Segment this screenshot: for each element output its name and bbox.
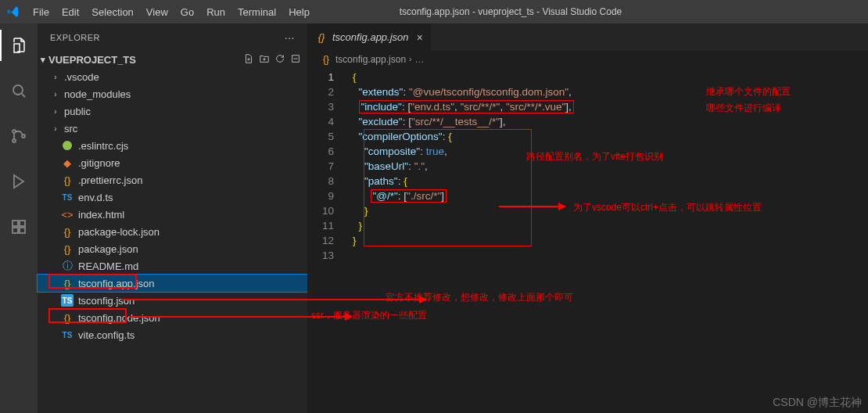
search-icon[interactable]	[0, 75, 38, 106]
svg-rect-4	[13, 221, 18, 226]
new-file-icon[interactable]	[243, 53, 254, 66]
file-package-lock[interactable]: {}package-lock.json	[38, 223, 307, 240]
file-envdts[interactable]: TSenv.d.ts	[38, 189, 307, 206]
file-prettierrc[interactable]: {}.prettierrc.json	[38, 171, 307, 189]
menu-terminal[interactable]: Terminal	[231, 3, 282, 21]
svg-rect-6	[20, 228, 25, 233]
menu-go[interactable]: Go	[174, 3, 200, 21]
svg-point-1	[13, 130, 16, 133]
annotation-include: 哪些文件进行编译	[706, 102, 781, 115]
annotation-official: 官方不推荐修改，想修改，修改上面那个即可	[386, 291, 573, 304]
svg-point-8	[63, 141, 72, 150]
close-icon[interactable]: ×	[417, 31, 423, 44]
folder-public[interactable]: ›public	[38, 102, 307, 120]
ts-icon: TS	[61, 329, 74, 341]
title-bar: File Edit Selection View Go Run Terminal…	[0, 0, 868, 23]
breadcrumb[interactable]: {} tsconfig.app.json › …	[307, 51, 868, 68]
file-indexhtml[interactable]: <>index.html	[38, 206, 307, 223]
sidebar-header: EXPLORER ···	[38, 23, 307, 51]
new-folder-icon[interactable]	[259, 53, 270, 66]
sidebar: EXPLORER ··· ▾ VUEPROJECT_TS ›.vscode ›n…	[38, 23, 307, 413]
chevron-right-icon: ›	[52, 124, 59, 133]
folder-src[interactable]: ›src	[38, 120, 307, 137]
extensions-icon[interactable]	[0, 211, 38, 242]
vscode-logo-icon	[6, 5, 20, 19]
file-vite-config[interactable]: TSvite.config.ts	[38, 326, 307, 343]
svg-rect-7	[20, 221, 25, 226]
folder-vscode[interactable]: ›.vscode	[38, 68, 307, 85]
arrow-icon	[121, 299, 426, 300]
json-icon: {}	[320, 53, 332, 66]
line-gutter: 12345678910111213	[307, 68, 345, 263]
file-tree: ›.vscode ›node_modules ›public ›src .esl…	[38, 68, 307, 343]
breadcrumb-item: tsconfig.app.json	[335, 54, 406, 65]
json-icon: {}	[61, 311, 74, 324]
annotation-extends: 继承哪个文件的配置	[706, 85, 791, 99]
file-eslintrc[interactable]: .eslintrc.cjs	[38, 137, 307, 154]
watermark: CSDN @博主花神	[773, 396, 862, 410]
svg-point-2	[13, 139, 16, 142]
run-debug-icon[interactable]	[0, 166, 38, 197]
arrow-icon	[499, 206, 565, 207]
annotation-paths-alias: 路径配置别名，为了vite打包识别	[526, 150, 663, 163]
source-control-icon[interactable]	[0, 120, 38, 152]
menu-file[interactable]: File	[27, 3, 56, 21]
file-package[interactable]: {}package.json	[38, 240, 307, 257]
json-icon: {}	[61, 277, 74, 289]
json-icon: {}	[315, 31, 328, 44]
collapse-icon[interactable]	[290, 53, 301, 66]
code-lines: { "extends": "@vue/tsconfig/tsconfig.dom…	[353, 70, 868, 263]
json-icon: {}	[61, 225, 74, 238]
chevron-right-icon: ›	[52, 90, 59, 99]
activity-bar	[0, 23, 38, 413]
file-tsconfig-app[interactable]: {}tsconfig.app.json	[38, 275, 307, 292]
chevron-right-icon: ›	[409, 55, 411, 63]
annotation-vscode-ctrl: 为了vscode可以ctrl+点击，可以跳转属性位置	[573, 201, 762, 214]
svg-point-0	[13, 85, 23, 95]
file-readme[interactable]: ⓘREADME.md	[38, 257, 307, 275]
arrow-icon	[129, 316, 352, 318]
refresh-icon[interactable]	[274, 53, 285, 66]
sidebar-title: EXPLORER	[50, 33, 100, 42]
tab-bar: {} tsconfig.app.json ×	[307, 23, 868, 51]
file-tsconfig[interactable]: TStsconfig.json	[38, 292, 307, 309]
project-name: VUEPROJECT_TS	[48, 54, 136, 66]
window-title: tsconfig.app.json - vueproject_ts - Visu…	[316, 6, 705, 17]
chevron-right-icon: ›	[52, 73, 59, 81]
explorer-icon[interactable]	[0, 30, 38, 61]
info-icon: ⓘ	[61, 260, 74, 272]
code-editor[interactable]: 12345678910111213 { "extends": "@vue/tsc…	[307, 68, 868, 413]
file-tsconfig-node[interactable]: {}tsconfig.node.json	[38, 309, 307, 326]
git-icon: ◆	[61, 156, 74, 169]
menu-view[interactable]: View	[140, 3, 174, 21]
file-gitignore[interactable]: ◆.gitignore	[38, 154, 307, 171]
ts-icon: TS	[61, 294, 74, 307]
ts-icon: TS	[61, 191, 74, 203]
menu-run[interactable]: Run	[200, 3, 231, 21]
menu-edit[interactable]: Edit	[56, 3, 85, 21]
html-icon: <>	[61, 208, 74, 221]
json-icon: {}	[61, 242, 74, 255]
js-icon	[61, 139, 74, 152]
chevron-right-icon: ›	[52, 107, 59, 116]
menu-selection[interactable]: Selection	[85, 3, 139, 21]
editor: {} tsconfig.app.json × {} tsconfig.app.j…	[307, 23, 868, 413]
svg-point-3	[22, 135, 25, 138]
menu-help[interactable]: Help	[282, 3, 316, 21]
project-root[interactable]: ▾ VUEPROJECT_TS	[38, 51, 307, 68]
tab-label: tsconfig.app.json	[332, 31, 409, 43]
json-icon: {}	[61, 174, 74, 186]
svg-rect-5	[13, 228, 18, 233]
sidebar-more-icon[interactable]: ···	[285, 31, 295, 44]
folder-node-modules[interactable]: ›node_modules	[38, 85, 307, 102]
tab-tsconfig-app[interactable]: {} tsconfig.app.json ×	[307, 23, 431, 51]
chevron-down-icon: ▾	[41, 55, 45, 65]
